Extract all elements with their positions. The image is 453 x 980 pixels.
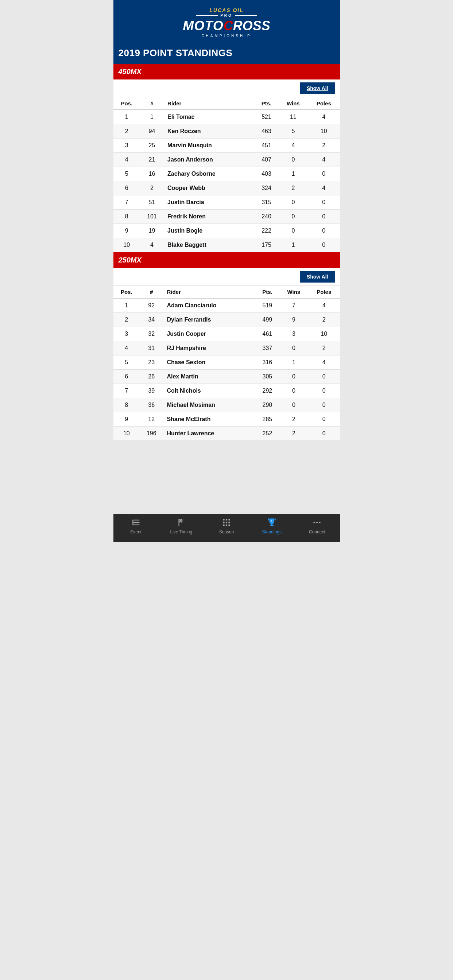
logo: LUCAS OIL PRO MOTOCROSS CHAMPIONSHIP <box>113 7 340 38</box>
svg-rect-8 <box>182 519 182 520</box>
standings-icon: 1 <box>266 517 277 528</box>
cell-num: 2 <box>140 181 164 196</box>
cell-pos: 6 <box>113 181 140 196</box>
cell-pts: 519 <box>255 298 279 313</box>
svg-rect-12 <box>182 520 182 521</box>
app-header: LUCAS OIL PRO MOTOCROSS CHAMPIONSHIP <box>113 0 340 44</box>
table-row: 4 21 Jason Anderson 407 0 4 <box>113 153 340 167</box>
show-all-row-450mx: Show All <box>113 80 340 97</box>
svg-rect-18 <box>226 519 227 520</box>
cell-rider: Marvin Musquin <box>164 138 254 153</box>
cell-poles: 10 <box>308 124 340 138</box>
svg-rect-1 <box>132 522 140 523</box>
cell-pts: 292 <box>255 384 279 398</box>
svg-rect-4 <box>179 519 179 526</box>
cell-poles: 4 <box>308 298 340 313</box>
cell-pos: 2 <box>113 124 140 138</box>
col-rider: Rider <box>164 97 254 110</box>
cell-poles: 0 <box>308 238 340 252</box>
table-row: 8 36 Michael Mosiman 290 0 0 <box>113 398 340 412</box>
cell-wins: 2 <box>279 426 308 441</box>
cell-num: 51 <box>140 196 164 210</box>
svg-point-33 <box>319 522 321 523</box>
table-row: 10 196 Hunter Lawrence 252 2 0 <box>113 426 340 441</box>
cell-pos: 8 <box>113 398 140 412</box>
svg-rect-9 <box>179 520 180 521</box>
cell-poles: 0 <box>308 224 340 238</box>
svg-rect-10 <box>180 520 181 521</box>
table-row: 1 1 Eli Tomac 521 11 4 <box>113 110 340 124</box>
svg-text:1: 1 <box>271 519 273 523</box>
cell-pts: 290 <box>255 398 279 412</box>
cell-wins: 9 <box>279 313 308 327</box>
cell-rider: Jason Anderson <box>164 153 254 167</box>
cell-pos: 6 <box>113 370 140 384</box>
cell-num: 39 <box>140 384 163 398</box>
cell-rider: Shane McElrath <box>163 412 255 426</box>
nav-item-standings[interactable]: 1 Standings <box>249 517 294 535</box>
cell-rider: Zachary Osborne <box>164 167 254 181</box>
cell-pts: 461 <box>255 327 279 341</box>
nav-label-event: Event <box>130 530 142 535</box>
cell-num: 4 <box>140 238 164 252</box>
show-all-button-250mx[interactable]: Show All <box>300 271 335 283</box>
cell-poles: 4 <box>308 355 340 370</box>
cell-poles: 2 <box>308 138 340 153</box>
cell-num: 26 <box>140 370 163 384</box>
cell-pts: 451 <box>254 138 278 153</box>
svg-rect-22 <box>228 522 230 523</box>
cell-pts: 337 <box>255 341 279 355</box>
table-row: 9 12 Shane McElrath 285 2 0 <box>113 412 340 426</box>
cell-num: 21 <box>140 153 164 167</box>
cell-pts: 499 <box>255 313 279 327</box>
nav-item-connect[interactable]: Connect <box>294 517 340 535</box>
cell-pos: 3 <box>113 327 140 341</box>
nav-item-event[interactable]: Event <box>113 517 159 535</box>
col-poles-250: Poles <box>308 286 340 298</box>
page-title: 2019 POINT STANDINGS <box>118 48 335 59</box>
cell-pts: 403 <box>254 167 278 181</box>
svg-rect-20 <box>223 522 224 523</box>
svg-point-32 <box>316 522 318 523</box>
cell-pos: 8 <box>113 210 140 224</box>
cell-wins: 11 <box>279 110 308 124</box>
cell-num: 16 <box>140 167 164 181</box>
svg-rect-28 <box>268 519 269 520</box>
show-all-button-450mx[interactable]: Show All <box>300 83 335 94</box>
svg-rect-25 <box>228 524 230 526</box>
lucas-oil-text: LUCAS OIL <box>209 7 243 13</box>
cell-rider: Fredrik Noren <box>164 210 254 224</box>
cell-pos: 1 <box>113 298 140 313</box>
table-row: 7 51 Justin Barcia 315 0 0 <box>113 196 340 210</box>
table-header-250mx: Pos. # Rider Pts. Wins Poles <box>113 286 340 298</box>
cell-rider: Justin Cooper <box>163 327 255 341</box>
event-icon <box>131 517 141 528</box>
show-all-row-250mx: Show All <box>113 268 340 286</box>
cell-pts: 407 <box>254 153 278 167</box>
live-timing-icon <box>176 517 187 528</box>
cell-rider: Dylan Ferrandis <box>163 313 255 327</box>
table-row: 6 2 Cooper Webb 324 2 4 <box>113 181 340 196</box>
cell-pts: 463 <box>254 124 278 138</box>
cell-wins: 4 <box>279 138 308 153</box>
cell-num: 12 <box>140 412 163 426</box>
cell-rider: Justin Bogle <box>164 224 254 238</box>
motocross-text: MOTO <box>183 18 223 33</box>
svg-rect-2 <box>132 524 140 525</box>
nav-item-season[interactable]: Season <box>204 517 249 535</box>
col-wins: Wins <box>279 97 308 110</box>
cell-num: 1 <box>140 110 164 124</box>
nav-item-live-timing[interactable]: Live Timing <box>159 517 204 535</box>
cell-poles: 4 <box>308 153 340 167</box>
svg-rect-13 <box>179 521 180 522</box>
cell-wins: 1 <box>279 167 308 181</box>
svg-point-31 <box>314 522 315 523</box>
svg-rect-27 <box>270 525 274 526</box>
svg-rect-14 <box>180 521 181 522</box>
cell-pos: 10 <box>113 426 140 441</box>
motocross-text2: ROSS <box>233 18 270 33</box>
svg-rect-6 <box>180 519 181 520</box>
cell-pts: 315 <box>254 196 278 210</box>
cell-rider: Hunter Lawrence <box>163 426 255 441</box>
table-row: 9 19 Justin Bogle 222 0 0 <box>113 224 340 238</box>
